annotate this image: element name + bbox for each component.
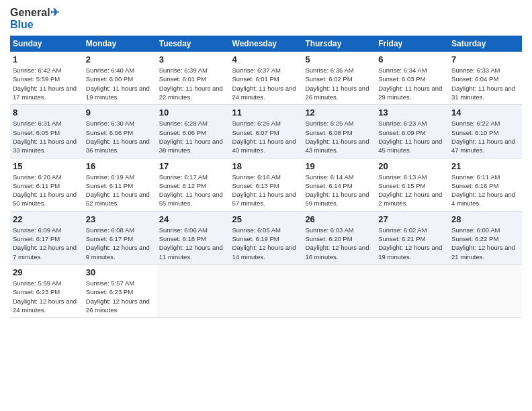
day-info: Sunrise: 6:03 AMSunset: 6:20 PMDaylight:… xyxy=(305,226,369,261)
day-number: 1 xyxy=(13,54,81,64)
day-info: Sunrise: 6:16 AMSunset: 6:13 PMDaylight:… xyxy=(232,173,296,208)
header: General✈ Blue xyxy=(10,7,522,30)
day-number: 18 xyxy=(232,161,300,171)
weekday-wednesday: Wednesday xyxy=(230,36,303,52)
weekday-saturday: Saturday xyxy=(449,36,522,52)
weekday-tuesday: Tuesday xyxy=(157,36,230,52)
day-number: 10 xyxy=(159,107,227,118)
day-info: Sunrise: 6:34 AMSunset: 6:03 PMDaylight:… xyxy=(378,66,442,101)
day-info: Sunrise: 6:11 AMSunset: 6:16 PMDaylight:… xyxy=(451,173,515,208)
calendar-week-3: 15 Sunrise: 6:20 AMSunset: 6:11 PMDaylig… xyxy=(10,158,522,211)
logo-line1: General✈ xyxy=(10,7,59,19)
day-number: 9 xyxy=(86,107,154,118)
day-number: 14 xyxy=(451,107,519,118)
day-number: 17 xyxy=(159,161,227,171)
weekday-header-row: SundayMondayTuesdayWednesdayThursdayFrid… xyxy=(10,36,522,52)
weekday-friday: Friday xyxy=(375,36,449,52)
day-info: Sunrise: 6:17 AMSunset: 6:12 PMDaylight:… xyxy=(159,173,223,208)
calendar-cell: 24 Sunrise: 6:06 AMSunset: 6:18 PMDaylig… xyxy=(157,211,230,264)
weekday-thursday: Thursday xyxy=(302,36,375,52)
logo: General✈ Blue xyxy=(10,7,59,30)
logo-text-block: General✈ Blue xyxy=(10,7,59,30)
weekday-monday: Monday xyxy=(83,36,157,52)
day-info: Sunrise: 6:02 AMSunset: 6:21 PMDaylight:… xyxy=(378,226,442,261)
calendar-cell xyxy=(449,264,522,317)
day-info: Sunrise: 6:14 AMSunset: 6:14 PMDaylight:… xyxy=(305,173,369,208)
calendar-cell: 26 Sunrise: 6:03 AMSunset: 6:20 PMDaylig… xyxy=(302,211,375,264)
day-number: 6 xyxy=(378,54,446,64)
day-number: 5 xyxy=(305,54,373,64)
day-info: Sunrise: 6:40 AMSunset: 6:00 PMDaylight:… xyxy=(86,66,150,101)
calendar-cell: 8 Sunrise: 6:31 AMSunset: 6:05 PMDayligh… xyxy=(10,105,83,158)
main-container: General✈ Blue SundayMondayTuesdayWednesd… xyxy=(0,0,532,324)
calendar-cell: 2 Sunrise: 6:40 AMSunset: 6:00 PMDayligh… xyxy=(83,52,157,105)
calendar-cell: 7 Sunrise: 6:33 AMSunset: 6:04 PMDayligh… xyxy=(449,52,522,105)
calendar-cell: 3 Sunrise: 6:39 AMSunset: 6:01 PMDayligh… xyxy=(157,52,230,105)
calendar-cell: 1 Sunrise: 6:42 AMSunset: 5:59 PMDayligh… xyxy=(10,52,83,105)
day-number: 23 xyxy=(86,214,154,224)
day-info: Sunrise: 6:00 AMSunset: 6:22 PMDaylight:… xyxy=(451,226,515,261)
calendar-week-4: 22 Sunrise: 6:09 AMSunset: 6:17 PMDaylig… xyxy=(10,211,522,264)
day-info: Sunrise: 6:23 AMSunset: 6:09 PMDaylight:… xyxy=(378,120,442,154)
calendar-cell: 11 Sunrise: 6:26 AMSunset: 6:07 PMDaylig… xyxy=(230,105,303,158)
day-info: Sunrise: 6:05 AMSunset: 6:19 PMDaylight:… xyxy=(232,226,296,261)
calendar-cell xyxy=(157,264,230,317)
day-number: 8 xyxy=(13,107,81,118)
day-info: Sunrise: 5:57 AMSunset: 6:23 PMDaylight:… xyxy=(86,279,150,314)
day-number: 29 xyxy=(13,267,81,277)
calendar-cell: 25 Sunrise: 6:05 AMSunset: 6:19 PMDaylig… xyxy=(230,211,303,264)
day-number: 11 xyxy=(232,107,300,118)
day-number: 28 xyxy=(451,214,519,224)
calendar-cell: 10 Sunrise: 6:28 AMSunset: 6:06 PMDaylig… xyxy=(157,105,230,158)
calendar-table: SundayMondayTuesdayWednesdayThursdayFrid… xyxy=(10,36,522,318)
calendar-cell: 23 Sunrise: 6:08 AMSunset: 6:17 PMDaylig… xyxy=(83,211,157,264)
calendar-cell: 17 Sunrise: 6:17 AMSunset: 6:12 PMDaylig… xyxy=(157,158,230,211)
day-info: Sunrise: 6:39 AMSunset: 6:01 PMDaylight:… xyxy=(159,66,223,101)
day-number: 4 xyxy=(232,54,300,64)
day-number: 26 xyxy=(305,214,373,224)
day-info: Sunrise: 6:06 AMSunset: 6:18 PMDaylight:… xyxy=(159,226,223,261)
day-info: Sunrise: 6:26 AMSunset: 6:07 PMDaylight:… xyxy=(232,120,296,154)
calendar-cell: 22 Sunrise: 6:09 AMSunset: 6:17 PMDaylig… xyxy=(10,211,83,264)
day-info: Sunrise: 6:33 AMSunset: 6:04 PMDaylight:… xyxy=(451,66,515,101)
day-number: 3 xyxy=(159,54,227,64)
day-number: 15 xyxy=(13,161,81,171)
calendar-cell: 12 Sunrise: 6:25 AMSunset: 6:08 PMDaylig… xyxy=(302,105,375,158)
logo-line2: Blue xyxy=(10,19,34,31)
calendar-cell: 21 Sunrise: 6:11 AMSunset: 6:16 PMDaylig… xyxy=(449,158,522,211)
calendar-week-2: 8 Sunrise: 6:31 AMSunset: 6:05 PMDayligh… xyxy=(10,105,522,158)
calendar-week-5: 29 Sunrise: 5:59 AMSunset: 6:23 PMDaylig… xyxy=(10,264,522,317)
day-info: Sunrise: 6:42 AMSunset: 5:59 PMDaylight:… xyxy=(13,66,77,101)
day-number: 7 xyxy=(451,54,519,64)
day-info: Sunrise: 6:22 AMSunset: 6:10 PMDaylight:… xyxy=(451,120,515,154)
day-number: 20 xyxy=(378,161,446,171)
day-info: Sunrise: 6:31 AMSunset: 6:05 PMDaylight:… xyxy=(13,120,77,154)
calendar-cell: 5 Sunrise: 6:36 AMSunset: 6:02 PMDayligh… xyxy=(302,52,375,105)
day-number: 16 xyxy=(86,161,154,171)
day-number: 19 xyxy=(305,161,373,171)
calendar-cell xyxy=(230,264,303,317)
calendar-cell: 16 Sunrise: 6:19 AMSunset: 6:11 PMDaylig… xyxy=(83,158,157,211)
day-info: Sunrise: 6:08 AMSunset: 6:17 PMDaylight:… xyxy=(86,226,150,261)
day-number: 12 xyxy=(305,107,373,118)
day-number: 21 xyxy=(451,161,519,171)
calendar-cell: 4 Sunrise: 6:37 AMSunset: 6:01 PMDayligh… xyxy=(230,52,303,105)
day-info: Sunrise: 6:19 AMSunset: 6:11 PMDaylight:… xyxy=(86,173,150,208)
day-number: 13 xyxy=(378,107,446,118)
calendar-cell: 19 Sunrise: 6:14 AMSunset: 6:14 PMDaylig… xyxy=(302,158,375,211)
calendar-cell: 29 Sunrise: 5:59 AMSunset: 6:23 PMDaylig… xyxy=(10,264,83,317)
calendar-cell: 20 Sunrise: 6:13 AMSunset: 6:15 PMDaylig… xyxy=(375,158,449,211)
calendar-cell: 14 Sunrise: 6:22 AMSunset: 6:10 PMDaylig… xyxy=(449,105,522,158)
day-info: Sunrise: 6:20 AMSunset: 6:11 PMDaylight:… xyxy=(13,173,77,208)
calendar-cell: 18 Sunrise: 6:16 AMSunset: 6:13 PMDaylig… xyxy=(230,158,303,211)
day-info: Sunrise: 6:09 AMSunset: 6:17 PMDaylight:… xyxy=(13,226,77,261)
day-info: Sunrise: 6:37 AMSunset: 6:01 PMDaylight:… xyxy=(232,66,296,101)
weekday-sunday: Sunday xyxy=(10,36,83,52)
calendar-cell xyxy=(375,264,449,317)
day-number: 27 xyxy=(378,214,446,224)
day-number: 22 xyxy=(13,214,81,224)
day-info: Sunrise: 5:59 AMSunset: 6:23 PMDaylight:… xyxy=(13,279,77,314)
calendar-cell xyxy=(302,264,375,317)
day-number: 2 xyxy=(86,54,154,64)
calendar-cell: 6 Sunrise: 6:34 AMSunset: 6:03 PMDayligh… xyxy=(375,52,449,105)
